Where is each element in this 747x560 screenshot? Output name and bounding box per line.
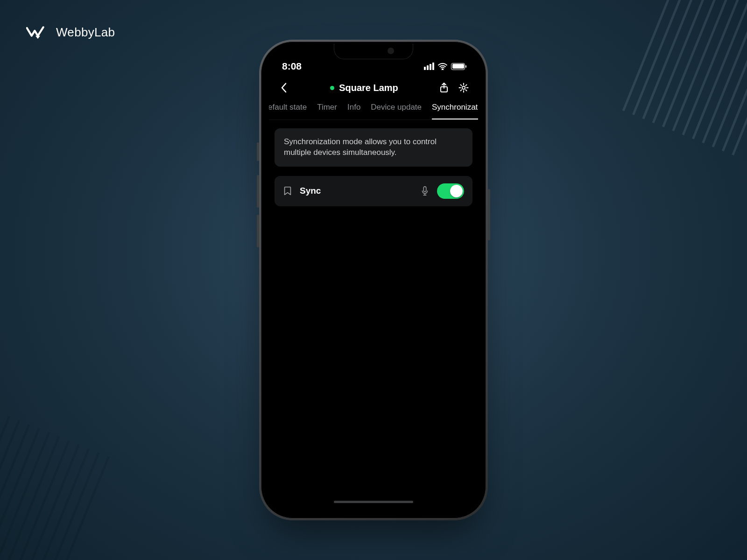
device-online-status-dot: [330, 86, 334, 90]
sync-toggle[interactable]: [437, 183, 464, 199]
svg-point-0: [442, 68, 444, 70]
webbylab-watermark: WebbyLab: [26, 25, 115, 40]
phone-power-button: [488, 189, 490, 240]
decorative-stripes-top-right: [622, 0, 747, 155]
bookmark-icon: [283, 186, 292, 196]
tab-bar: efault state Timer Info Device update Sy…: [269, 99, 478, 120]
phone-volume-up: [257, 175, 259, 208]
chevron-left-icon: [281, 83, 287, 93]
toggle-knob: [450, 185, 463, 197]
wifi-icon: [438, 63, 447, 70]
svg-rect-3: [423, 187, 426, 192]
sync-row: Sync: [275, 176, 472, 206]
app-screen: 8:08: [269, 50, 478, 508]
battery-icon: [451, 63, 465, 70]
share-button[interactable]: [438, 82, 450, 94]
svg-point-2: [462, 86, 465, 89]
settings-button[interactable]: [458, 82, 470, 94]
cellular-signal-icon: [424, 63, 434, 70]
sync-label: Sync: [300, 186, 413, 196]
info-card-text: Synchronization mode allows you to contr…: [284, 137, 437, 157]
share-icon: [439, 82, 449, 93]
microphone-icon[interactable]: [420, 186, 430, 196]
status-time: 8:08: [282, 61, 302, 72]
home-indicator: [334, 501, 413, 503]
synchronization-info-card: Synchronization mode allows you to contr…: [275, 128, 472, 167]
page-title: Square Lamp: [330, 83, 398, 93]
tab-default-state[interactable]: efault state: [269, 103, 307, 119]
phone-mockup-frame: 8:08: [259, 40, 488, 520]
phone-notch: [334, 44, 413, 59]
tab-info[interactable]: Info: [347, 103, 360, 119]
gear-icon: [458, 82, 469, 93]
back-button[interactable]: [277, 81, 290, 94]
tab-synchronization[interactable]: Synchronization: [432, 103, 478, 119]
tab-timer[interactable]: Timer: [317, 103, 337, 119]
tab-device-update[interactable]: Device update: [371, 103, 422, 119]
webbylab-logo-text: WebbyLab: [56, 25, 115, 40]
phone-volume-down: [257, 215, 259, 247]
decorative-stripes-bottom-left: [0, 416, 110, 560]
content-area: Synchronization mode allows you to contr…: [269, 120, 478, 215]
device-name: Square Lamp: [339, 83, 398, 93]
webbylab-logo-icon: [26, 26, 49, 40]
nav-bar: Square Lamp: [269, 76, 478, 99]
phone-mute-switch: [257, 142, 259, 161]
